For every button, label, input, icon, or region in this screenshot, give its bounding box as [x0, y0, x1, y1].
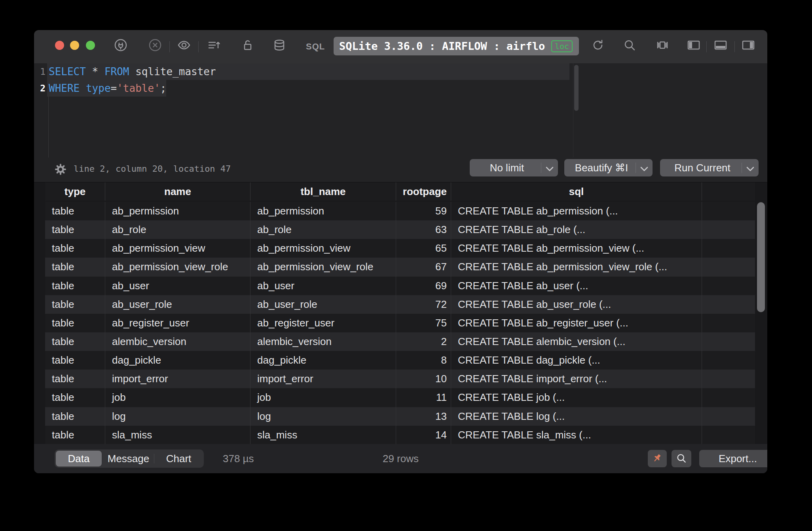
cell-rootpage[interactable]: 63: [396, 220, 451, 239]
chevron-down-icon[interactable]: [742, 162, 759, 174]
cell-type[interactable]: table: [45, 202, 105, 220]
cell-name[interactable]: import_error: [105, 370, 250, 388]
results-scrollbar[interactable]: [757, 202, 765, 312]
beautify-dropdown-button[interactable]: Beautify ⌘I: [564, 159, 653, 176]
cell-type[interactable]: table: [45, 258, 105, 276]
cell-tbl_name[interactable]: import_error: [250, 370, 396, 388]
cell-tbl_name[interactable]: ab_permission: [250, 202, 396, 220]
cell-type[interactable]: table: [45, 239, 105, 258]
cell-tbl_name[interactable]: sla_miss: [250, 426, 396, 444]
column-header-name[interactable]: name: [105, 182, 250, 201]
close-button[interactable]: [55, 41, 64, 50]
chevron-down-icon[interactable]: [636, 162, 653, 174]
panel-right-icon[interactable]: [742, 38, 755, 52]
cell-type[interactable]: table: [45, 370, 105, 388]
cell-sql[interactable]: CREATE TABLE ab_permission_view_role (..…: [451, 258, 702, 276]
cell-type[interactable]: table: [45, 351, 105, 370]
cell-name[interactable]: ab_user_role: [105, 295, 250, 314]
cell-type[interactable]: table: [45, 332, 105, 351]
cell-name[interactable]: job: [105, 388, 250, 407]
cell-type[interactable]: table: [45, 295, 105, 314]
cell-rootpage[interactable]: 13: [396, 407, 451, 426]
pin-button[interactable]: [648, 450, 667, 467]
cell-name[interactable]: ab_register_user: [105, 314, 250, 332]
cell-name[interactable]: sla_miss: [105, 426, 250, 444]
cell-name[interactable]: ab_permission_view_role: [105, 258, 250, 276]
cell-sql[interactable]: CREATE TABLE alembic_version (...: [451, 332, 702, 351]
eye-icon[interactable]: [177, 38, 191, 52]
sql-editor[interactable]: 12 SELECT * FROM sqlite_masterWHERE type…: [34, 63, 767, 182]
run-current-dropdown-button[interactable]: Run Current: [660, 159, 759, 176]
disconnect-icon[interactable]: [148, 38, 162, 52]
gear-icon[interactable]: [54, 163, 67, 176]
cell-type[interactable]: table: [45, 426, 105, 444]
refresh-icon[interactable]: [591, 38, 605, 52]
connection-pill[interactable]: SQLite 3.36.0 : AIRFLOW : airflo loc: [334, 37, 579, 55]
cell-sql[interactable]: CREATE TABLE sla_miss (...: [451, 426, 702, 444]
cell-name[interactable]: ab_permission: [105, 202, 250, 220]
cell-type[interactable]: table: [45, 220, 105, 239]
cell-tbl_name[interactable]: log: [250, 407, 396, 426]
database-icon[interactable]: [273, 38, 286, 52]
export-button[interactable]: Export...: [699, 450, 767, 467]
cell-sql[interactable]: CREATE TABLE ab_role (...: [451, 220, 702, 239]
split-view-icon[interactable]: [656, 38, 669, 52]
cell-sql[interactable]: CREATE TABLE import_error (...: [451, 370, 702, 388]
table-row[interactable]: tableab_user_roleab_user_role72CREATE TA…: [45, 295, 755, 314]
cell-tbl_name[interactable]: ab_role: [250, 220, 396, 239]
cell-tbl_name[interactable]: ab_register_user: [250, 314, 396, 332]
table-row[interactable]: tableab_userab_user69CREATE TABLE ab_use…: [45, 277, 755, 295]
code-line[interactable]: SELECT * FROM sqlite_master: [49, 63, 767, 80]
cell-tbl_name[interactable]: alembic_version: [250, 332, 396, 351]
table-row[interactable]: tabledag_pickledag_pickle8CREATE TABLE d…: [45, 351, 755, 370]
cell-sql[interactable]: CREATE TABLE ab_register_user (...: [451, 314, 702, 332]
cell-rootpage[interactable]: 2: [396, 332, 451, 351]
table-row[interactable]: tableab_permission_viewab_permission_vie…: [45, 239, 755, 258]
cell-name[interactable]: alembic_version: [105, 332, 250, 351]
cell-rootpage[interactable]: 72: [396, 295, 451, 314]
cell-sql[interactable]: CREATE TABLE job (...: [451, 388, 702, 407]
editor-scrollbar[interactable]: [574, 65, 579, 111]
cell-sql[interactable]: CREATE TABLE ab_user_role (...: [451, 295, 702, 314]
table-row[interactable]: tableab_permission_view_roleab_permissio…: [45, 258, 755, 276]
cell-rootpage[interactable]: 69: [396, 277, 451, 295]
column-header-tbl_name[interactable]: tbl_name: [250, 182, 396, 201]
cell-type[interactable]: table: [45, 388, 105, 407]
table-row[interactable]: tableloglog13CREATE TABLE log (...: [45, 407, 755, 426]
cell-rootpage[interactable]: 14: [396, 426, 451, 444]
limit-dropdown-button[interactable]: No limit: [470, 159, 558, 176]
table-row[interactable]: tableab_register_userab_register_user75C…: [45, 314, 755, 332]
lock-icon[interactable]: [241, 38, 254, 52]
cell-tbl_name[interactable]: ab_user_role: [250, 295, 396, 314]
cell-rootpage[interactable]: 65: [396, 239, 451, 258]
cell-sql[interactable]: CREATE TABLE ab_permission (...: [451, 202, 702, 220]
cell-sql[interactable]: CREATE TABLE ab_user (...: [451, 277, 702, 295]
zoom-button[interactable]: [86, 41, 95, 50]
cell-rootpage[interactable]: 11: [396, 388, 451, 407]
log-icon[interactable]: [207, 38, 221, 52]
table-row[interactable]: tableab_roleab_role63CREATE TABLE ab_rol…: [45, 220, 755, 239]
cell-sql[interactable]: CREATE TABLE dag_pickle (...: [451, 351, 702, 370]
table-row[interactable]: tablealembic_versionalembic_version2CREA…: [45, 332, 755, 351]
result-search-button[interactable]: [672, 450, 691, 467]
cell-tbl_name[interactable]: dag_pickle: [250, 351, 396, 370]
table-row[interactable]: tablesla_misssla_miss14CREATE TABLE sla_…: [45, 426, 755, 444]
cell-type[interactable]: table: [45, 314, 105, 332]
table-row[interactable]: tableab_permissionab_permission59CREATE …: [45, 202, 755, 220]
cell-name[interactable]: ab_permission_view: [105, 239, 250, 258]
cell-name[interactable]: ab_user: [105, 277, 250, 295]
chevron-down-icon[interactable]: [541, 162, 558, 174]
cell-tbl_name[interactable]: ab_permission_view: [250, 239, 396, 258]
cell-name[interactable]: log: [105, 407, 250, 426]
cell-rootpage[interactable]: 67: [396, 258, 451, 276]
cell-name[interactable]: ab_role: [105, 220, 250, 239]
cell-type[interactable]: table: [45, 407, 105, 426]
cell-rootpage[interactable]: 59: [396, 202, 451, 220]
cell-rootpage[interactable]: 8: [396, 351, 451, 370]
minimize-button[interactable]: [70, 41, 79, 50]
column-header-sql[interactable]: sql: [451, 182, 702, 201]
plug-icon[interactable]: [114, 38, 127, 52]
code-line[interactable]: WHERE type='table';: [49, 80, 767, 97]
cell-rootpage[interactable]: 75: [396, 314, 451, 332]
table-row[interactable]: tableimport_errorimport_error10CREATE TA…: [45, 370, 755, 388]
